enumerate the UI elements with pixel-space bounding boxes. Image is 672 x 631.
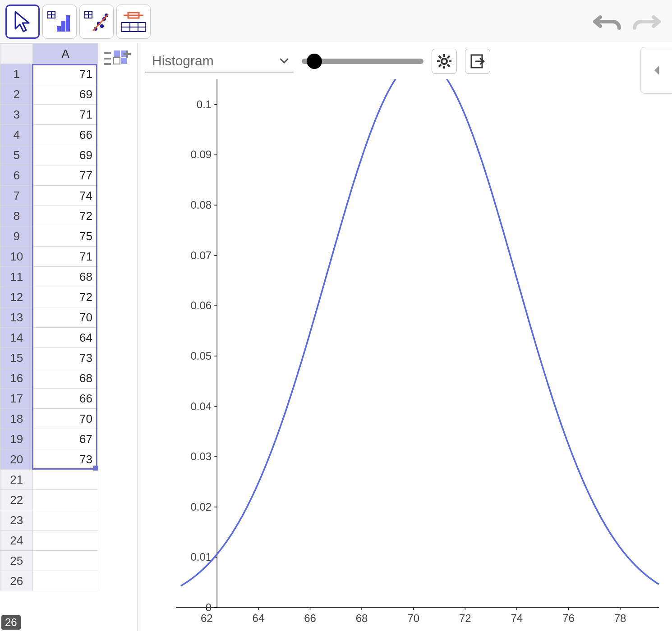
plot-canvas[interactable]: 00.010.020.030.040.050.060.070.080.090.1… (145, 79, 663, 629)
row-scroll-indicator: 26 (1, 615, 21, 630)
row-header[interactable]: 16 (0, 368, 33, 389)
top-toolbar (0, 0, 672, 43)
row-header[interactable]: 23 (0, 510, 33, 530)
cell[interactable]: 73 (33, 449, 98, 470)
plot-export-button[interactable] (465, 49, 490, 74)
show-data-source-button[interactable] (100, 46, 135, 73)
cell[interactable] (33, 551, 98, 571)
row-header[interactable]: 13 (0, 307, 33, 328)
cell[interactable]: 70 (33, 409, 98, 429)
svg-text:0.06: 0.06 (190, 299, 212, 311)
svg-rect-4 (61, 21, 65, 32)
gear-icon (436, 53, 452, 69)
svg-text:68: 68 (356, 612, 368, 624)
svg-text:74: 74 (511, 612, 523, 624)
svg-point-11 (100, 24, 104, 28)
cell[interactable] (33, 571, 98, 591)
row-header[interactable]: 7 (0, 186, 33, 206)
plot-options-button[interactable] (432, 49, 457, 74)
plot-type-label: Histogram (152, 53, 214, 69)
cell[interactable] (33, 530, 98, 551)
cell[interactable]: 77 (33, 165, 98, 186)
svg-line-38 (439, 64, 441, 67)
tool-two-variable[interactable] (79, 5, 114, 39)
cell[interactable] (33, 490, 98, 510)
svg-line-36 (447, 64, 450, 67)
svg-text:0.08: 0.08 (190, 199, 212, 211)
select-all-corner[interactable] (0, 44, 33, 64)
svg-text:0.05: 0.05 (190, 350, 212, 362)
undo-redo-group (591, 0, 663, 43)
cell[interactable]: 75 (33, 226, 98, 247)
cell[interactable]: 71 (33, 105, 98, 125)
row-header[interactable]: 11 (0, 267, 33, 287)
multi-variable-icon (121, 11, 146, 32)
spreadsheet-table[interactable]: A 17126937146656967777487297510711168127… (0, 43, 98, 591)
tool-pointer[interactable] (5, 5, 40, 39)
row-header[interactable]: 21 (0, 470, 33, 490)
cell[interactable]: 69 (33, 84, 98, 105)
cell[interactable]: 72 (33, 206, 98, 226)
svg-text:64: 64 (253, 612, 265, 624)
svg-point-30 (442, 59, 447, 64)
row-header[interactable]: 19 (0, 429, 33, 449)
class-width-slider[interactable] (302, 50, 423, 73)
col-header-A[interactable]: A (33, 44, 98, 64)
spreadsheet-panel: A 17126937146656967777487297510711168127… (0, 43, 138, 631)
row-header[interactable]: 6 (0, 165, 33, 186)
cell[interactable]: 71 (33, 64, 98, 84)
row-header[interactable]: 14 (0, 328, 33, 348)
tool-one-variable[interactable] (42, 5, 77, 39)
svg-rect-24 (114, 50, 120, 57)
cell[interactable]: 73 (33, 348, 98, 368)
tool-multi-variable[interactable] (116, 5, 151, 39)
undo-button[interactable] (591, 8, 622, 35)
row-header[interactable]: 20 (0, 449, 33, 470)
cell[interactable]: 67 (33, 429, 98, 449)
chevron-down-icon (279, 56, 289, 66)
undo-icon (592, 11, 621, 32)
cell[interactable] (33, 470, 98, 490)
row-header[interactable]: 10 (0, 247, 33, 267)
cell[interactable]: 64 (33, 328, 98, 348)
row-header[interactable]: 17 (0, 389, 33, 409)
svg-text:0.02: 0.02 (190, 501, 212, 513)
export-icon (469, 53, 486, 69)
cell[interactable]: 71 (33, 247, 98, 267)
svg-text:0.1: 0.1 (197, 98, 212, 110)
cell[interactable]: 74 (33, 186, 98, 206)
row-header[interactable]: 24 (0, 530, 33, 551)
svg-rect-26 (114, 58, 120, 64)
cell[interactable]: 68 (33, 368, 98, 389)
redo-button[interactable] (631, 8, 663, 35)
row-header[interactable]: 5 (0, 145, 33, 165)
row-header[interactable]: 25 (0, 551, 33, 571)
cell[interactable] (33, 510, 98, 530)
row-header[interactable]: 26 (0, 571, 33, 591)
row-header[interactable]: 15 (0, 348, 33, 368)
svg-text:62: 62 (201, 612, 213, 624)
svg-text:72: 72 (459, 612, 471, 624)
row-header[interactable]: 3 (0, 105, 33, 125)
row-header[interactable]: 12 (0, 287, 33, 307)
cell[interactable]: 66 (33, 125, 98, 145)
cell[interactable]: 72 (33, 287, 98, 307)
two-variable-icon (84, 11, 109, 32)
redo-icon (633, 11, 662, 32)
row-header[interactable]: 8 (0, 206, 33, 226)
row-header[interactable]: 4 (0, 125, 33, 145)
slider-thumb[interactable] (307, 54, 322, 69)
row-header[interactable]: 1 (0, 64, 33, 84)
row-header[interactable]: 9 (0, 226, 33, 247)
row-header[interactable]: 18 (0, 409, 33, 429)
svg-text:70: 70 (407, 612, 419, 624)
cell[interactable]: 68 (33, 267, 98, 287)
svg-text:0.03: 0.03 (190, 450, 212, 462)
svg-rect-27 (121, 58, 127, 64)
row-header[interactable]: 22 (0, 490, 33, 510)
row-header[interactable]: 2 (0, 84, 33, 105)
cell[interactable]: 66 (33, 389, 98, 409)
cell[interactable]: 69 (33, 145, 98, 165)
plot-type-dropdown[interactable]: Histogram (145, 50, 294, 73)
cell[interactable]: 70 (33, 307, 98, 328)
